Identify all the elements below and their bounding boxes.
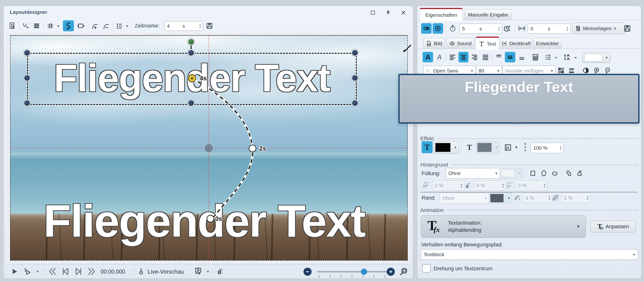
node-list-button[interactable] bbox=[114, 21, 124, 31]
text-outline-toggle[interactable]: T bbox=[464, 141, 475, 153]
anpassen-button[interactable]: T fx Anpassen bbox=[590, 221, 636, 233]
node-list-dropdown-arrow[interactable]: ▼ bbox=[126, 25, 129, 28]
rand-width1-input[interactable]: 1 % ▲▼ bbox=[523, 193, 552, 203]
slide-canvas[interactable]: Fliegender Text Fliegender Text bbox=[10, 35, 408, 261]
skip-to-start-button[interactable] bbox=[47, 267, 58, 276]
curve-select-tool-button[interactable] bbox=[21, 21, 30, 31]
align-left-button[interactable] bbox=[448, 52, 458, 62]
zoom-fit-button[interactable] bbox=[399, 266, 409, 277]
align-right-button[interactable] bbox=[470, 52, 480, 62]
offset-spinner[interactable]: ▲▼ bbox=[565, 26, 570, 31]
resize-handle-se[interactable] bbox=[351, 99, 358, 107]
duration-spinner[interactable]: ▲▼ bbox=[496, 26, 502, 31]
minivorlagen-button[interactable]: Minivorlagen ▼ bbox=[572, 23, 625, 34]
valign-bottom-button[interactable] bbox=[517, 52, 527, 62]
play-options-dropdown-arrow[interactable]: ▼ bbox=[36, 270, 39, 273]
rand-width2-spinner[interactable]: ▲▼ bbox=[585, 195, 590, 201]
shape-rounded-button[interactable] bbox=[550, 169, 560, 178]
rand-combo[interactable]: Ohne ▼ bbox=[440, 193, 490, 203]
grid-tool-button[interactable] bbox=[46, 21, 55, 31]
verhalten-combo[interactable]: Textblock ▼ bbox=[421, 249, 638, 260]
rand-width2-input[interactable]: 1 % ▲▼ bbox=[561, 193, 590, 203]
tab-sound[interactable]: Sound bbox=[446, 38, 474, 49]
editor-resize-grip[interactable] bbox=[513, 123, 521, 124]
zoom-out-button[interactable] bbox=[304, 268, 312, 276]
keyframe-0s-marker[interactable] bbox=[206, 215, 214, 223]
shape-bubble-right-button[interactable] bbox=[575, 169, 585, 178]
fill-color-picker[interactable]: ▼ bbox=[500, 168, 523, 179]
keyframe-2s-marker[interactable] bbox=[249, 145, 256, 152]
list-format-button[interactable] bbox=[543, 52, 553, 62]
shape-rectangle-button[interactable] bbox=[528, 169, 538, 178]
zoom-slider-track[interactable] bbox=[317, 271, 388, 273]
textanimation-dropdown[interactable]: T fx Textanimation: Alphablending ▼ bbox=[421, 215, 586, 238]
zeitmarke-input[interactable]: 4 s ▲▼ bbox=[164, 21, 203, 31]
bold-toggle[interactable]: A bbox=[422, 52, 433, 62]
text-opacity-spinner[interactable]: ▲▼ bbox=[558, 145, 564, 151]
maximize-button[interactable] bbox=[369, 9, 377, 16]
line-spacing-dropdown-arrow[interactable]: ▼ bbox=[574, 56, 577, 59]
text-outline-color-picker[interactable]: ▼ bbox=[476, 141, 500, 154]
remove-node-button[interactable] bbox=[101, 21, 111, 31]
skew-input[interactable]: 4 % ▲▼ bbox=[474, 180, 506, 191]
padding-input[interactable]: 2 % ▲▼ bbox=[432, 180, 464, 191]
text-effects-dropdown-arrow[interactable]: ▼ bbox=[514, 146, 518, 149]
inline-text-editor-value[interactable]: Fliegender Text bbox=[465, 78, 573, 122]
fuellung-combo[interactable]: Ohne ▼ bbox=[446, 168, 500, 179]
save-timemark-button[interactable] bbox=[204, 21, 214, 31]
tab-bild[interactable]: Bild bbox=[423, 38, 445, 49]
text-effects-button[interactable]: fx bbox=[503, 143, 513, 152]
valign-top-button[interactable] bbox=[494, 52, 504, 62]
corner-radius-spinner[interactable]: ▲▼ bbox=[542, 183, 547, 188]
resize-handle-s[interactable] bbox=[188, 99, 195, 107]
line-spacing-button[interactable] bbox=[562, 52, 573, 62]
tab-manuelle-eingabe[interactable]: Manuelle Eingabe bbox=[464, 9, 512, 20]
skip-to-end-button[interactable] bbox=[86, 267, 97, 276]
font-color-picker[interactable]: ▼ bbox=[582, 52, 610, 63]
rand-color-picker[interactable]: ▼ bbox=[488, 192, 512, 204]
keyframe-4s-marker[interactable] bbox=[188, 74, 196, 82]
italic-toggle[interactable]: A bbox=[434, 52, 444, 62]
grid-dropdown-arrow[interactable]: ▼ bbox=[57, 25, 60, 28]
preview-monitor-button[interactable] bbox=[192, 266, 204, 276]
resize-handle-ne[interactable] bbox=[351, 49, 358, 56]
tab-text[interactable]: Text bbox=[476, 36, 499, 50]
resize-handle-w[interactable] bbox=[24, 74, 30, 81]
link-keyframes-toggle[interactable] bbox=[421, 23, 432, 34]
zoom-slider-thumb[interactable] bbox=[361, 269, 367, 275]
duration-input[interactable]: 5 s ▲▼ bbox=[460, 24, 502, 34]
text-fill-toggle[interactable]: T bbox=[422, 141, 432, 153]
inline-text-editor[interactable]: Fliegender Text bbox=[398, 74, 640, 124]
offset-input[interactable]: 0 s ▲▼ bbox=[528, 24, 570, 34]
layers-tool-button[interactable] bbox=[32, 21, 41, 31]
padding-spinner[interactable]: ▲▼ bbox=[459, 183, 464, 188]
resize-handle-e[interactable] bbox=[351, 74, 358, 81]
tab-deckkraft[interactable]: Deckkraft bbox=[500, 38, 532, 49]
add-node-button[interactable] bbox=[90, 21, 100, 31]
close-button[interactable] bbox=[400, 9, 407, 16]
zeitmarke-spinner[interactable]: ▲▼ bbox=[198, 23, 203, 29]
play-from-marker-button[interactable] bbox=[22, 267, 33, 276]
align-center-button[interactable] bbox=[458, 52, 468, 62]
shape-ellipse-button[interactable] bbox=[539, 169, 549, 178]
drehung-checkbox-label[interactable]: Drehung um Textzentrum bbox=[434, 266, 493, 272]
motion-path-tool-button[interactable] bbox=[63, 20, 74, 31]
shape-bubble-left-button[interactable] bbox=[564, 169, 574, 178]
resize-handle-nw[interactable] bbox=[24, 49, 30, 56]
levels-button[interactable] bbox=[215, 266, 226, 276]
previous-frame-button[interactable] bbox=[60, 267, 71, 276]
text-fill-color-picker[interactable]: ▼ bbox=[434, 141, 459, 154]
skew-spinner[interactable]: ▲▼ bbox=[500, 183, 506, 188]
zoom-in-button[interactable] bbox=[387, 268, 395, 276]
list-format-dropdown-arrow[interactable]: ▼ bbox=[554, 56, 558, 59]
rotation-handle[interactable] bbox=[188, 38, 195, 45]
transform-tool-button[interactable] bbox=[76, 21, 86, 31]
live-preview-label[interactable]: Live-Vorschau bbox=[148, 268, 184, 275]
valign-middle-button[interactable] bbox=[505, 52, 515, 62]
text-opacity-input[interactable]: 100 % ▲▼ bbox=[531, 143, 564, 153]
align-justify-button[interactable] bbox=[480, 52, 490, 62]
tab-entwickler[interactable]: Entwickler bbox=[533, 38, 562, 49]
visibility-toggle[interactable] bbox=[432, 23, 443, 34]
inline-image-button[interactable] bbox=[530, 52, 541, 62]
resize-handle-sw[interactable] bbox=[24, 99, 30, 107]
